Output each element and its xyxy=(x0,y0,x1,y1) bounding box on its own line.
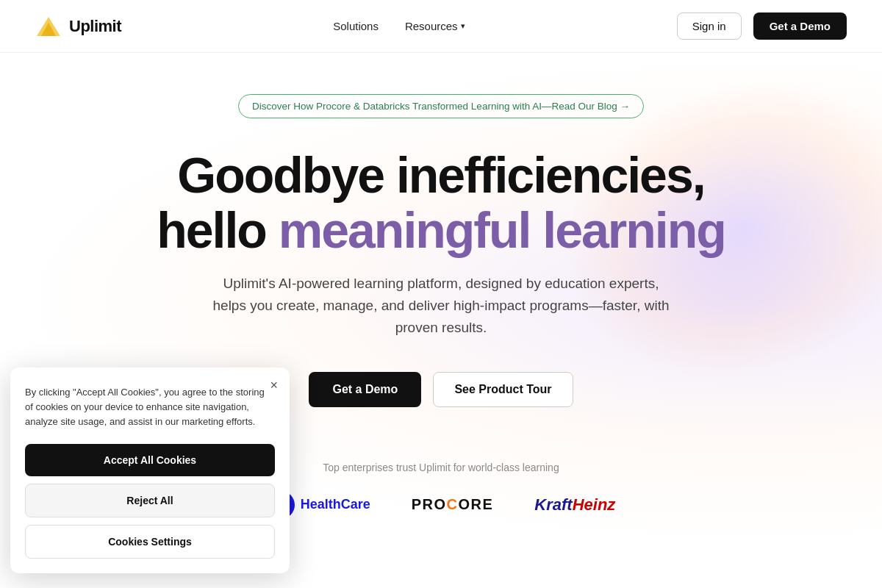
accept-cookies-button[interactable]: Accept All Cookies xyxy=(25,444,275,476)
hero-subtitle: Uplimit's AI-powered learning platform, … xyxy=(206,273,676,340)
procore-text: PROCORE xyxy=(412,496,494,513)
logo[interactable]: Uplimit xyxy=(35,15,121,37)
nav-resources-label: Resources xyxy=(405,20,458,32)
ge-text: HealthCare xyxy=(301,497,370,512)
nav-resources[interactable]: Resources ▾ xyxy=(405,20,465,32)
hero-title-accent: meaningful learning xyxy=(279,202,725,258)
hero-title-line1: Goodbye inefficiencies, xyxy=(177,147,704,203)
procore-logo: PROCORE xyxy=(412,496,494,513)
hero-tour-button[interactable]: See Product Tour xyxy=(433,372,573,407)
hero-banner-text: Discover How Procore & Databricks Transf… xyxy=(252,101,630,112)
reject-cookies-button[interactable]: Reject All xyxy=(25,484,275,517)
cookie-body-text: By clicking "Accept All Cookies", you ag… xyxy=(25,385,275,429)
cookie-banner: × By clicking "Accept All Cookies", you … xyxy=(10,368,290,573)
hero-demo-button[interactable]: Get a Demo xyxy=(309,372,421,407)
kraftheinz-text: KraftHeinz xyxy=(534,495,615,514)
hero-buttons: Get a Demo See Product Tour xyxy=(309,372,573,407)
nav-links: Solutions Resources ▾ xyxy=(333,20,465,32)
logos-label: Top enterprises trust Uplimit for world-… xyxy=(323,462,559,473)
hero-title: Goodbye inefficiencies, hello meaningful… xyxy=(157,148,725,258)
logo-text: Uplimit xyxy=(69,17,121,36)
hero-title-line2-prefix: hello xyxy=(157,202,279,258)
nav-demo-button[interactable]: Get a Demo xyxy=(753,12,847,40)
hero-banner-link[interactable]: Discover How Procore & Databricks Transf… xyxy=(238,94,644,118)
kraftheinz-logo: KraftHeinz xyxy=(534,495,615,514)
cookie-settings-button[interactable]: Cookies Settings xyxy=(25,525,275,559)
logos-row: GE HealthCare PROCORE KraftHeinz xyxy=(267,491,616,519)
signin-button[interactable]: Sign in xyxy=(677,12,742,40)
nav-solutions[interactable]: Solutions xyxy=(333,20,379,32)
chevron-down-icon: ▾ xyxy=(461,21,465,31)
cookie-close-button[interactable]: × xyxy=(270,378,278,393)
uplimit-logo-icon xyxy=(35,15,62,37)
nav-actions: Sign in Get a Demo xyxy=(677,12,847,40)
navbar: Uplimit Solutions Resources ▾ Sign in Ge… xyxy=(0,0,882,53)
